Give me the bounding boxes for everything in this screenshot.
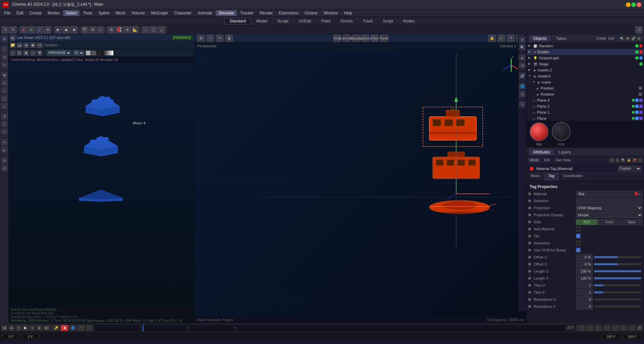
menu-simulate[interactable]: Simulate <box>216 10 237 16</box>
tl-btn-prev[interactable]: ◀ <box>8 325 14 331</box>
tb-record[interactable]: ⏺ <box>62 26 70 34</box>
attr-lengthv-input[interactable] <box>576 275 593 281</box>
rt-btn4[interactable]: ⚙ <box>519 62 526 69</box>
tab-layers[interactable]: Layers <box>555 149 574 155</box>
attr-repv-slider[interactable] <box>594 305 641 307</box>
lt-extrude[interactable]: ⬆ <box>1 113 8 120</box>
ground-vehicle[interactable] <box>423 194 496 217</box>
attr-tilesu-input[interactable] <box>576 282 593 288</box>
menu-animate[interactable]: Animate <box>195 10 215 16</box>
attr-nav-back[interactable]: ◁ <box>609 158 614 163</box>
topbar-script[interactable]: Script <box>378 18 398 24</box>
lt-tool2[interactable]: ⊚ <box>1 79 8 86</box>
attr-repu-input[interactable] <box>576 296 593 302</box>
vp-filter[interactable]: Filter <box>371 35 378 42</box>
attr-userdata-btn[interactable]: User Data <box>553 158 572 162</box>
tb-undo[interactable]: ↺ <box>1 26 9 34</box>
tl-keyframe-btn[interactable]: 🔑 <box>52 325 60 331</box>
obj-plane1[interactable]: ▭ Plane.1 <box>527 109 644 115</box>
attr-addmat-checkbox[interactable] <box>576 227 581 231</box>
objects-panel-btn2[interactable]: ⚙ <box>625 36 630 41</box>
tl-extra-4[interactable] <box>603 325 610 331</box>
topbar-nodes[interactable]: Nodes <box>398 18 420 24</box>
menu-spline[interactable]: Spline <box>96 10 112 16</box>
tb-x[interactable]: X <box>20 26 27 34</box>
tl-btn-home[interactable]: |◀ <box>1 325 7 331</box>
maximize-button[interactable]: □ <box>631 2 636 7</box>
menu-mograph[interactable]: MoGraph <box>148 10 170 16</box>
tl-btn-step-fwd[interactable]: ▸ <box>30 325 36 331</box>
topbar-groom[interactable]: Groom <box>336 18 358 24</box>
attr-offsetv-input[interactable] <box>576 261 593 267</box>
rt-btn7[interactable]: ⊡ <box>519 91 526 97</box>
lp-mode1[interactable]: ○ <box>10 50 15 56</box>
tb-render-settings[interactable]: ⚙ <box>89 26 96 34</box>
lp-mode3[interactable]: ◉ <box>23 50 29 56</box>
tab-takes[interactable]: Takes <box>553 36 570 42</box>
attr-lengthv-slider[interactable] <box>594 277 641 279</box>
hdr-mode-select[interactable]: HDR/sRGB sRGB <box>47 50 71 56</box>
obj-master1[interactable]: ▼ ◈ master1 <box>527 73 644 79</box>
lt-select[interactable]: ⊕ <box>1 36 8 42</box>
obj-master2[interactable]: ▶ ◈ master.2 <box>527 67 644 73</box>
lp-file[interactable]: 📁 <box>10 43 15 48</box>
objects-panel-edit[interactable]: Edit <box>608 37 614 40</box>
vp-cam1[interactable]: 🔒 <box>488 35 496 42</box>
vp-cam3[interactable]: ✎ <box>507 35 515 42</box>
current-time-input[interactable] <box>22 334 39 340</box>
rt-btn5[interactable]: 🔗 <box>519 72 526 79</box>
tb-scene-btn1[interactable]: □ <box>142 26 149 34</box>
attr-side-both[interactable]: Both <box>576 219 598 225</box>
tl-btn-step-back[interactable]: ◂ <box>15 325 21 331</box>
color-swatch-gray[interactable] <box>91 51 96 55</box>
attr-offsetu-slider[interactable] <box>594 256 641 258</box>
attr-offsetu-input[interactable] <box>576 254 593 260</box>
tb-y[interactable]: Y <box>28 26 35 34</box>
attr-nav-fwd[interactable]: ▷ <box>615 158 620 163</box>
attr-tilesu-slider[interactable] <box>594 284 641 286</box>
obj-emitter[interactable]: ▶ ✦ Emitter <box>527 49 644 55</box>
close-button[interactable]: ✕ <box>637 2 641 7</box>
lp-mode4[interactable]: □ <box>30 50 36 56</box>
lt-move[interactable]: ↔ <box>1 46 8 53</box>
attr-edit-btn[interactable]: Edit <box>542 158 552 162</box>
attr-offsetv-slider[interactable] <box>594 263 641 265</box>
lt-rotate[interactable]: ↺ <box>1 54 8 60</box>
tb-redo[interactable]: ↻ <box>9 26 17 34</box>
lt-brush[interactable]: 🖌 <box>1 147 8 153</box>
attr-selection-input[interactable] <box>576 198 643 204</box>
obj-crane[interactable]: ▼ ◈ crane <box>527 79 644 85</box>
tb-measure[interactable]: 📐 <box>131 26 139 34</box>
lp-compare[interactable]: ⊶ <box>37 43 42 48</box>
mat-ball-dark[interactable] <box>552 122 571 141</box>
tl-btn-end[interactable]: ▶| <box>44 325 50 331</box>
lt-tool5[interactable]: △ <box>1 103 8 109</box>
menu-tracker[interactable]: Tracker <box>237 10 256 16</box>
rt-btn6[interactable]: 🌐 <box>519 83 526 90</box>
topbar-standard[interactable]: Standard <box>224 18 251 24</box>
vp-tb2[interactable]: ⤡ <box>207 35 214 42</box>
tb-z[interactable]: Z <box>36 26 43 34</box>
viewport-canvas[interactable]: Y X Z <box>195 50 527 317</box>
lt-misc1[interactable]: ⊞ <box>1 157 8 164</box>
tl-extra-2[interactable] <box>586 325 594 331</box>
attr-side-front[interactable]: Front <box>598 219 620 225</box>
attr-mode-btn[interactable]: Mode <box>528 158 541 162</box>
tl-more-btn[interactable]: ⋯ <box>86 325 93 331</box>
objects-panel-create[interactable]: Create <box>596 37 606 40</box>
tl-autokey-btn[interactable]: 🔵 <box>69 325 76 331</box>
mat-ball-2-container[interactable]: 바닥 <box>552 122 571 147</box>
tl-extra-5[interactable] <box>611 325 619 331</box>
tl-btn-next[interactable]: ▶ <box>37 325 43 331</box>
tb-grid[interactable]: ⊞ <box>107 26 115 34</box>
current-frame-input[interactable] <box>3 334 19 340</box>
objects-panel-btn4[interactable]: ⊡ <box>637 36 641 41</box>
dl-select[interactable]: DL <box>73 50 85 56</box>
attr-tilesv-slider[interactable] <box>594 291 641 293</box>
tb-keyframe[interactable]: ◆ <box>70 26 78 34</box>
vp-tb4[interactable]: 🗑 <box>225 35 233 42</box>
tl-extra-1[interactable] <box>578 325 585 331</box>
objects-panel-btn3[interactable]: 🔗 <box>631 36 636 41</box>
objects-panel-btn1[interactable]: 🔍 <box>620 36 624 41</box>
attr-more[interactable]: ⋯ <box>638 158 643 163</box>
